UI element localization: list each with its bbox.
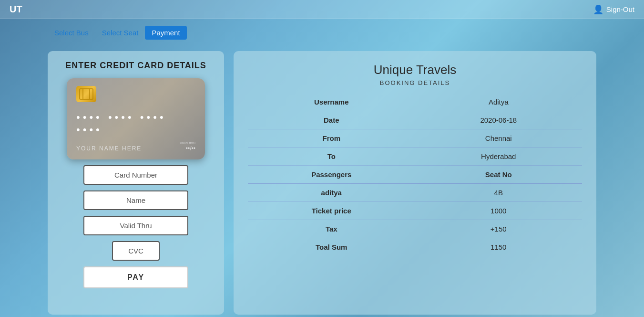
cvc-input[interactable] xyxy=(112,241,160,261)
chip-icon xyxy=(76,86,96,102)
breadcrumb: Select Bus Select Seat Payment xyxy=(0,19,644,46)
card-bottom: YOUR NAME HERE valid thru ••/•• xyxy=(76,141,195,152)
table-row: Username Aditya xyxy=(248,93,582,111)
booking-table: Username Aditya Date 2020-06-18 From Che… xyxy=(248,93,582,256)
name-input[interactable] xyxy=(83,190,188,210)
main-content: ENTER CREDIT CARD DETAILS •••• •••• ••••… xyxy=(0,46,644,317)
from-value: Chennai xyxy=(415,129,583,148)
pay-button[interactable]: PAY xyxy=(83,266,188,288)
top-nav-right: 👤 Sign-Out xyxy=(593,4,634,15)
tax-value: +150 xyxy=(415,220,583,238)
ticket-price-value: 1000 xyxy=(415,202,583,220)
username-label: Username xyxy=(248,93,415,111)
nav-select-seat[interactable]: Select Seat xyxy=(95,26,145,40)
booking-title: Unique Travels xyxy=(248,63,582,77)
credit-card-title: ENTER CREDIT CARD DETAILS xyxy=(65,61,206,71)
to-value: Hyderabad xyxy=(415,148,583,166)
valid-thru-label: valid thru xyxy=(180,141,195,145)
seat-header: Seat No xyxy=(415,166,583,184)
nav-select-bus[interactable]: Select Bus xyxy=(48,26,95,40)
passenger-name: aditya xyxy=(248,184,415,202)
valid-thru-input[interactable] xyxy=(83,216,188,235)
app-logo: UT xyxy=(10,4,22,15)
total-value: 1150 xyxy=(415,238,583,256)
date-value: 2020-06-18 xyxy=(415,111,583,129)
card-valid: valid thru ••/•• xyxy=(180,141,195,152)
to-label: To xyxy=(248,148,415,166)
credit-card-section: ENTER CREDIT CARD DETAILS •••• •••• ••••… xyxy=(48,51,224,315)
passengers-header: Passengers xyxy=(248,166,415,184)
card-name: YOUR NAME HERE xyxy=(76,145,142,152)
table-row: Date 2020-06-18 xyxy=(248,111,582,129)
card-number-input[interactable] xyxy=(83,165,188,185)
nav-payment[interactable]: Payment xyxy=(145,26,186,40)
booking-subtitle: BOOKING DETAILS xyxy=(248,79,582,86)
user-icon: 👤 xyxy=(593,4,603,15)
credit-card-visual: •••• •••• •••• •••• YOUR NAME HERE valid… xyxy=(67,78,205,159)
date-label: Date xyxy=(248,111,415,129)
total-label: Toal Sum xyxy=(248,238,415,256)
table-row: From Chennai xyxy=(248,129,582,148)
booking-details-section: Unique Travels BOOKING DETAILS Username … xyxy=(234,51,596,315)
seat-number: 4B xyxy=(415,184,583,202)
username-value: Aditya xyxy=(415,93,583,111)
passenger-header-row: Passengers Seat No xyxy=(248,166,582,184)
valid-thru-value: ••/•• xyxy=(180,145,195,152)
tax-row: Tax +150 xyxy=(248,220,582,238)
top-navbar: UT 👤 Sign-Out xyxy=(0,0,644,19)
tax-label: Tax xyxy=(248,220,415,238)
card-dots: •••• •••• •••• •••• xyxy=(76,111,195,136)
table-row: To Hyderabad xyxy=(248,148,582,166)
ticket-price-row: Ticket price 1000 xyxy=(248,202,582,220)
from-label: From xyxy=(248,129,415,148)
total-row: Toal Sum 1150 xyxy=(248,238,582,256)
passenger-data-row: aditya 4B xyxy=(248,184,582,202)
ticket-price-label: Ticket price xyxy=(248,202,415,220)
signout-link[interactable]: Sign-Out xyxy=(606,5,634,13)
